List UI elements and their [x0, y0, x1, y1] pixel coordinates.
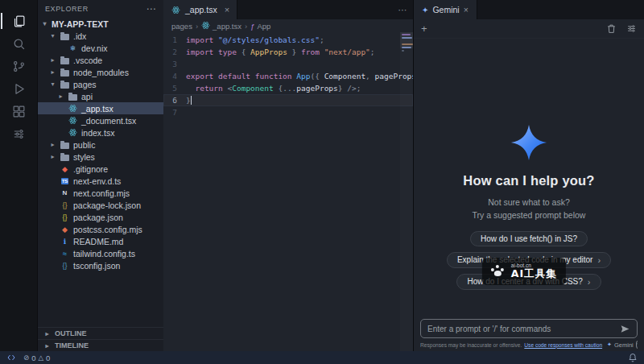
disclaimer-link[interactable]: Use code responses with caution [524, 342, 602, 348]
folder-icon [60, 68, 70, 77]
file-next-env.d.ts[interactable]: TSnext-env.d.ts [38, 175, 163, 187]
line-number: 5 [163, 82, 186, 94]
chevron-down-icon: ▾ [49, 81, 56, 88]
file-label: .gitignore [73, 164, 108, 174]
react-icon [201, 21, 210, 31]
file-tsconfig.json[interactable]: {}tsconfig.json [38, 259, 163, 271]
send-icon[interactable] [620, 324, 630, 334]
file-package.json[interactable]: {}package.json [38, 211, 163, 223]
chevron-right-icon: ▸ [49, 153, 56, 160]
remote-icon[interactable] [6, 353, 16, 362]
folder-icon [60, 56, 70, 64]
gemini-logo [510, 124, 547, 163]
gemini-heading: How can I help you? [463, 173, 594, 188]
folder-.vscode[interactable]: ▸.vscode [38, 54, 163, 66]
outline-section[interactable]: ▸ OUTLINE [38, 327, 163, 339]
breadcrumb-item-App[interactable]: ƒApp [250, 22, 270, 31]
code-line-7[interactable]: 7 [163, 106, 413, 118]
breadcrumb-separator: › [245, 22, 247, 31]
json-icon: {} [60, 213, 70, 221]
file-_app.tsx[interactable]: _app.tsx [38, 102, 163, 114]
folder-.idx[interactable]: ▾.idx [38, 30, 163, 42]
minimap-viewport [400, 32, 413, 48]
code-line-6[interactable]: 6} [163, 94, 413, 106]
activity-extensions-icon[interactable] [1, 100, 36, 122]
file-postcss.config.mjs[interactable]: ◆postcss.config.mjs [38, 223, 163, 235]
code-line-1[interactable]: 1import "@/styles/globals.css"; [163, 34, 413, 46]
file-label: next-env.d.ts [73, 176, 121, 186]
editor-more-actions-icon[interactable]: ⋯ [392, 0, 413, 19]
file-label: _app.tsx [81, 104, 114, 114]
folder-pages[interactable]: ▾pages [38, 78, 163, 90]
code-editor[interactable]: 1import "@/styles/globals.css";2import t… [163, 32, 413, 351]
minimap[interactable] [400, 32, 413, 351]
gemini-tab-label: Gemini [432, 5, 459, 14]
folder-styles[interactable]: ▸styles [38, 151, 163, 163]
prompt-input[interactable] [427, 325, 615, 333]
gemini-content: How can I help you? Not sure what to ask… [414, 39, 644, 351]
file-package-lock.json[interactable]: {}package-lock.json [38, 199, 163, 211]
folder-icon [60, 141, 70, 149]
chevron-right-icon: › [597, 255, 601, 265]
folder-icon [60, 32, 70, 40]
tab-gemini[interactable]: ✦ Gemini × [414, 0, 477, 19]
file-_document.tsx[interactable]: _document.tsx [38, 114, 163, 126]
line-number: 3 [163, 58, 186, 70]
chevron-right-icon: ▸ [57, 93, 64, 100]
folder-api[interactable]: ▸api [38, 90, 163, 102]
file-.gitignore[interactable]: ◆.gitignore [38, 163, 163, 175]
file-README.md[interactable]: ℹREADME.md [38, 235, 163, 247]
file-dev.nix[interactable]: ❄dev.nix [38, 42, 163, 54]
chevron-down-icon: ▾ [49, 32, 56, 39]
file-label: _document.tsx [81, 116, 136, 126]
symbol-icon: ƒ [250, 22, 254, 31]
code-line-2[interactable]: 2import type { AppProps } from "next/app… [163, 46, 413, 58]
timeline-section[interactable]: ▸ TIMELINE [38, 339, 163, 351]
close-panel-icon[interactable]: × [464, 5, 469, 14]
file-label: pages [73, 80, 97, 89]
error-count: 0 [31, 354, 35, 362]
activity-source-control-icon[interactable] [1, 55, 36, 77]
project-root[interactable]: ▾ MY-APP-TEXT [38, 18, 163, 30]
breadcrumb-item-pages[interactable]: pages [171, 22, 192, 31]
tab-app-tsx[interactable]: _app.tsx × [163, 0, 237, 19]
new-chat-icon[interactable]: + [421, 23, 427, 35]
folder-node_modules[interactable]: ▸node_modules [38, 66, 163, 78]
problems-indicator[interactable]: ⊘ 0 △ 0 [23, 354, 50, 362]
explorer-more-actions-icon[interactable]: ⋯ [146, 3, 156, 14]
activity-search-icon[interactable] [1, 32, 36, 55]
chevron-right-icon: ▸ [49, 141, 56, 148]
file-index.tsx[interactable]: index.tsx [38, 126, 163, 139]
status-bar: ⊘ 0 △ 0 [0, 351, 644, 364]
watermark-text: AI工具集 [511, 268, 557, 279]
help-icon[interactable]: ? [636, 341, 638, 349]
prompt-input-container [420, 319, 638, 338]
file-tree-items: ▾.idx❄dev.nix▸.vscode▸node_modules▾pages… [38, 30, 163, 271]
code-line-4[interactable]: 4export default function App({ Component… [163, 70, 413, 82]
tune-icon[interactable] [626, 23, 637, 34]
file-next.config.mjs[interactable]: Nnext.config.mjs [38, 187, 163, 199]
breadcrumb: pages›_app.tsx›ƒApp [163, 19, 413, 32]
code-line-3[interactable]: 3 [163, 58, 413, 70]
line-number: 6 [163, 94, 186, 106]
folder-public[interactable]: ▸public [38, 139, 163, 151]
gemini-panel: ✦ Gemini × + H [413, 0, 644, 351]
bell-icon[interactable] [628, 353, 638, 362]
gemini-toolbar: + [414, 19, 644, 39]
code-lines: 1import "@/styles/globals.css";2import t… [163, 34, 413, 118]
activity-explorer-icon[interactable] [1, 10, 36, 32]
suggested-prompt-1[interactable]: How do I use fetch() in JS? [470, 231, 588, 246]
file-label: tsconfig.json [73, 261, 120, 271]
close-tab-icon[interactable]: × [225, 5, 229, 14]
react-icon [68, 128, 78, 137]
breadcrumb-item-_app.tsx[interactable]: _app.tsx [201, 21, 242, 31]
folder-icon [60, 153, 70, 161]
activity-tune-icon[interactable] [1, 122, 36, 145]
file-tailwind.config.ts[interactable]: ≈tailwind.config.ts [38, 247, 163, 259]
code-line-5[interactable]: 5 return <Component {...pageProps} />; [163, 82, 413, 94]
trash-icon[interactable] [606, 23, 617, 34]
activity-run-debug-icon[interactable] [1, 77, 36, 100]
project-root-label: MY-APP-TEXT [52, 19, 109, 29]
file-label: index.tsx [81, 128, 114, 138]
gemini-subtext: Not sure what to ask? Try a suggested pr… [473, 196, 586, 222]
